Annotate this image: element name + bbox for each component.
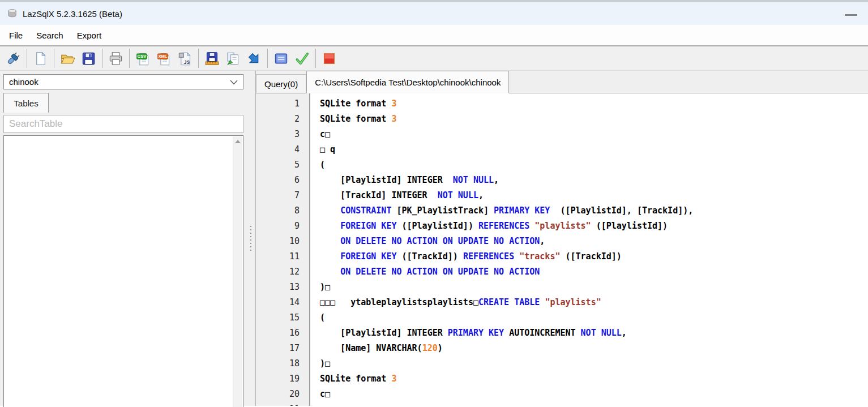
minimize-icon (845, 14, 857, 16)
show-panel-button[interactable] (271, 48, 292, 69)
database-select[interactable]: chinook (3, 74, 243, 89)
save-format-icon (204, 51, 220, 66)
main-area: chinook Tables Query(0)C:\Users\Softpedi… (0, 71, 868, 406)
code-line: □□□ ytableplaylistsplaylists□CREATE TABL… (320, 295, 868, 310)
line-number: 1 (256, 96, 300, 112)
line-number: 3 (256, 127, 300, 142)
code-line: FOREIGN KEY ([TrackId]) REFERENCES "trac… (320, 249, 868, 264)
run-export-button[interactable] (243, 48, 264, 69)
code-line: c□ (320, 127, 868, 142)
search-table-input[interactable] (3, 115, 243, 133)
print-button[interactable] (105, 48, 126, 69)
copy-results-button[interactable] (223, 48, 243, 69)
toolbar-separator (267, 49, 268, 68)
menu-file[interactable]: File (2, 27, 29, 44)
sql-editor[interactable]: 123456789101112131415161718192021 SQLite… (256, 93, 868, 406)
toolbar-separator (27, 49, 27, 68)
svg-text:CSV: CSV (138, 54, 147, 59)
tab-label: Query(0) (264, 79, 298, 89)
save-button[interactable] (78, 48, 99, 69)
minimize-button[interactable] (844, 12, 858, 18)
line-number: 11 (256, 249, 300, 264)
menu-search[interactable]: Search (29, 27, 70, 44)
connect-button[interactable] (3, 48, 24, 69)
toolbar-separator (315, 49, 316, 68)
code-line: □ q (320, 142, 868, 157)
line-number: 2 (256, 112, 300, 127)
line-number: 9 (256, 219, 300, 234)
toolbar-separator (54, 49, 54, 68)
run-export-icon (246, 51, 262, 66)
new-file-icon (33, 51, 48, 66)
toolbar-separator (198, 49, 199, 68)
export-json-button[interactable]: JS (174, 48, 195, 69)
scroll-up-icon (235, 140, 241, 143)
code-line: ( (320, 157, 868, 173)
panel-splitter[interactable] (247, 71, 256, 406)
code-line: )□ (320, 280, 868, 295)
code-line: ON DELETE NO ACTION ON UPDATE NO ACTION (320, 264, 868, 280)
line-number: 20 (256, 387, 300, 402)
open-file-button[interactable] (57, 48, 78, 69)
line-number: 13 (256, 280, 300, 295)
code-line: [PlaylistId] INTEGER NOT NULL, (320, 173, 868, 188)
tab-file-chinook[interactable]: C:\Users\Softpedia Test\Desktop\chinook\… (306, 71, 509, 93)
line-number: 16 (256, 325, 300, 341)
code-line: SQLite format 3 (320, 112, 868, 127)
tab-query[interactable]: Query(0) (256, 74, 306, 93)
save-icon (81, 51, 96, 66)
line-number: 4 (256, 142, 300, 157)
app-database-icon (7, 8, 18, 19)
line-number: 18 (256, 356, 300, 371)
tables-list[interactable] (3, 135, 243, 407)
toolbar-separator (129, 49, 130, 68)
database-select-value: chinook (9, 77, 39, 87)
tab-label: C:\Users\Softpedia Test\Desktop\chinook\… (315, 78, 501, 87)
window-title: LazSqlX 5.2.3.1625 (Beta) (23, 9, 122, 19)
line-number: 7 (256, 188, 300, 203)
tab-tables-label: Tables (14, 98, 38, 108)
chevron-down-icon (230, 77, 238, 87)
stop-button[interactable] (319, 48, 340, 69)
open-file-icon (60, 51, 75, 66)
code-line: [TrackId] INTEGER NOT NULL, (320, 188, 868, 203)
line-number: 21 (256, 402, 300, 406)
svg-text:XML: XML (158, 54, 167, 59)
menu-export[interactable]: Export (70, 27, 108, 44)
editor-tab-strip: Query(0)C:\Users\Softpedia Test\Desktop\… (256, 71, 868, 93)
tab-tables[interactable]: Tables (3, 93, 49, 113)
export-xml-button[interactable]: XML (153, 48, 174, 69)
stop-icon (322, 51, 337, 66)
show-panel-icon (273, 51, 289, 66)
line-number: 12 (256, 264, 300, 280)
export-csv-button[interactable]: CSV (132, 48, 153, 69)
line-number: 14 (256, 295, 300, 310)
code-line: SQLite format 3 (320, 96, 868, 112)
save-format-button[interactable] (202, 48, 223, 69)
line-number: 10 (256, 234, 300, 249)
copy-results-icon (225, 51, 241, 66)
code-line: )□ (320, 356, 868, 371)
sidebar: chinook Tables (0, 71, 247, 406)
validate-button[interactable] (292, 48, 313, 69)
code-line: c□ (320, 387, 868, 402)
line-number-gutter: 123456789101112131415161718192021 (256, 93, 310, 406)
line-number: 8 (256, 203, 300, 219)
code-line: SQLite format 3 (320, 371, 868, 387)
tables-list-scrollbar[interactable] (233, 136, 242, 407)
print-icon (108, 51, 123, 66)
code-area[interactable]: SQLite format 3SQLite format 3c□□ q( [Pl… (310, 93, 868, 406)
code-line: ON DELETE NO ACTION ON UPDATE NO ACTION, (320, 234, 868, 249)
export-csv-icon: CSV (135, 51, 151, 66)
export-json-icon: JS (177, 51, 193, 66)
menu-bar: FileSearchExport (0, 25, 868, 46)
line-number: 19 (256, 371, 300, 387)
toolbar-separator (102, 49, 102, 68)
line-number: 15 (256, 310, 300, 325)
title-bar: LazSqlX 5.2.3.1625 (Beta) (0, 2, 868, 25)
new-file-button[interactable] (30, 48, 51, 69)
connect-icon (6, 51, 21, 66)
code-line: FOREIGN KEY ([PlaylistId]) REFERENCES "p… (320, 219, 868, 234)
code-line: [Name] NVARCHAR(120) (320, 341, 868, 356)
code-line: ( (320, 310, 868, 325)
